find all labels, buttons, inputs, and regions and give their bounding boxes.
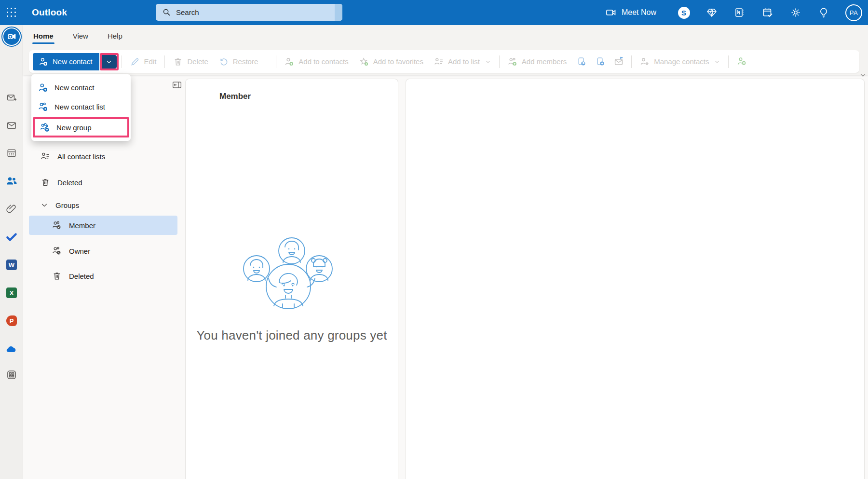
contact-lists-icon: [41, 151, 50, 161]
list-panel-header: Member: [219, 92, 251, 101]
star-add-icon: [359, 57, 369, 67]
search-pill-cap: [335, 4, 342, 21]
contact-import-icon: [595, 56, 605, 67]
restore-arrow-icon: [219, 57, 229, 67]
pencil-icon: [130, 57, 140, 67]
panel-divider: [186, 116, 398, 116]
sidebar-item-owner[interactable]: Owner: [29, 241, 177, 260]
person-add-blue-icon: [38, 82, 48, 93]
sidebar-item-deleted[interactable]: Deleted: [29, 173, 177, 192]
contact-list-icon: [434, 57, 444, 67]
people-icon[interactable]: [0, 171, 23, 191]
onenote-feed-icon[interactable]: [733, 6, 746, 19]
chevron-down-icon: [106, 58, 112, 65]
add-members-button[interactable]: Add members: [502, 53, 572, 70]
toolbar-separator: [276, 55, 276, 68]
calendar-icon[interactable]: [0, 143, 23, 163]
people-add-icon: [508, 57, 517, 67]
menu-item-new-contact-list[interactable]: New contact list: [31, 97, 131, 116]
manage-contacts-button[interactable]: Manage contacts: [635, 53, 725, 70]
restore-button[interactable]: Restore: [214, 53, 264, 70]
search-input[interactable]: Search: [156, 4, 342, 21]
collapse-pane-icon[interactable]: [172, 80, 182, 90]
app-title: Outlook: [32, 7, 67, 18]
search-icon: [163, 8, 171, 16]
chevron-down-icon: [485, 59, 491, 65]
chevron-down-icon: [714, 59, 720, 65]
chevron-highlight-box: [100, 53, 119, 70]
outlook-logo-icon[interactable]: [0, 27, 23, 46]
remove-member-button[interactable]: [732, 53, 752, 70]
member-list-panel: Member You haven't joined any gr: [185, 79, 398, 479]
toolbar-separator: [499, 55, 500, 68]
toolbar-overflow-chevron[interactable]: [859, 71, 867, 79]
person-add-icon: [39, 57, 48, 67]
contact-import-button[interactable]: [591, 53, 610, 70]
sidebar-item-member[interactable]: Member: [29, 216, 177, 235]
ribbon-toolbar: New contact Edit Delete Restore Add t: [29, 50, 859, 73]
person-add-green-icon: [285, 57, 294, 67]
app-launcher-icon[interactable]: [0, 0, 23, 25]
top-app-bar: Outlook Search Meet Now S PA: [0, 0, 868, 25]
skype-icon[interactable]: S: [678, 6, 690, 19]
person-key-icon: [52, 246, 62, 256]
new-contact-dropdown-chevron[interactable]: [102, 55, 117, 68]
meet-now-button[interactable]: Meet Now: [605, 7, 656, 18]
delete-button[interactable]: Delete: [168, 53, 213, 70]
contact-export-button[interactable]: [572, 53, 591, 70]
sidebar-item-all-contact-lists[interactable]: All contact lists: [29, 147, 177, 166]
new-mail-icon[interactable]: [0, 88, 23, 108]
person-settings-icon: [640, 57, 650, 67]
menu-item-new-contact[interactable]: New contact: [31, 78, 131, 97]
settings-gear-icon[interactable]: [789, 6, 802, 19]
sidebar-item-deleted-group[interactable]: Deleted: [29, 266, 177, 286]
reading-panel: [406, 79, 865, 479]
ribbon: Home View Help New contact Edit Delete: [23, 25, 868, 75]
toolbar-separator: [631, 55, 632, 68]
person-check-icon: [52, 220, 62, 230]
contact-list-add-blue-icon: [38, 102, 48, 112]
contact-export-icon: [576, 56, 586, 67]
more-apps-icon[interactable]: [0, 365, 23, 384]
mail-flag-icon: [614, 56, 624, 67]
excel-icon[interactable]: X: [0, 283, 23, 302]
add-to-contacts-button[interactable]: Add to contacts: [279, 53, 353, 70]
files-paperclip-icon[interactable]: [0, 199, 23, 219]
waffle-grid-icon: [7, 8, 17, 18]
person-remove-icon: [737, 56, 747, 67]
new-contact-label: New contact: [53, 57, 93, 66]
edit-button[interactable]: Edit: [125, 53, 162, 70]
meet-now-label: Meet Now: [622, 8, 656, 17]
add-to-list-button[interactable]: Add to list: [429, 53, 496, 70]
sidebar-section-groups[interactable]: Groups: [29, 195, 177, 215]
toolbar-separator: [122, 55, 122, 68]
account-avatar[interactable]: PA: [845, 4, 862, 21]
new-contact-split-button: New contact: [33, 53, 119, 70]
search-placeholder: Search: [176, 8, 199, 16]
menu-item-new-group[interactable]: New group: [33, 117, 129, 137]
app-rail: W X P: [0, 25, 23, 479]
trash-icon: [52, 271, 62, 281]
trash-icon: [173, 57, 183, 67]
tab-view[interactable]: View: [70, 29, 91, 45]
video-camera-icon: [605, 7, 617, 18]
new-contact-button[interactable]: New contact: [33, 53, 99, 70]
toolbar-separator: [728, 55, 729, 68]
add-to-favorites-button[interactable]: Add to favorites: [354, 53, 429, 70]
my-day-calendar-icon[interactable]: [761, 6, 774, 19]
ribbon-tabs: Home View Help: [30, 29, 125, 45]
send-email-button[interactable]: [610, 53, 628, 70]
group-of-people-illustration: [234, 233, 350, 317]
tab-home[interactable]: Home: [30, 29, 56, 45]
to-do-check-icon[interactable]: [0, 227, 23, 246]
premium-diamond-icon[interactable]: [705, 6, 718, 19]
empty-state-message: You haven't joined any groups yet: [186, 328, 398, 343]
new-contact-dropdown-menu: New contact New contact list New group: [31, 74, 131, 141]
avatar-initials: PA: [850, 9, 858, 16]
word-icon[interactable]: W: [0, 255, 23, 274]
powerpoint-icon[interactable]: P: [0, 311, 23, 330]
tab-help[interactable]: Help: [105, 29, 125, 45]
mail-icon[interactable]: [0, 116, 23, 135]
onedrive-icon[interactable]: [0, 340, 23, 359]
tips-lightbulb-icon[interactable]: [817, 6, 830, 19]
